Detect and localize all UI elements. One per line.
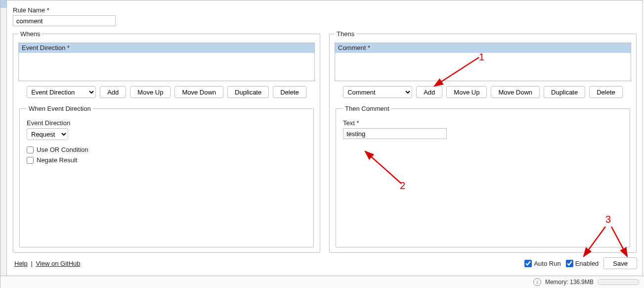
footer-bar: Help | View on GitHub Auto Run Enabled S…	[14, 257, 637, 269]
whens-controls: Event Direction Add Move Up Move Down Du…	[18, 86, 315, 98]
thens-type-select[interactable]: Comment	[343, 86, 412, 98]
event-direction-label: Event Direction	[27, 119, 306, 127]
whens-list-item[interactable]: Event Direction *	[19, 43, 314, 53]
save-button[interactable]: Save	[603, 257, 637, 269]
thens-add-button[interactable]: Add	[416, 86, 442, 98]
then-details-legend: Then Comment	[343, 105, 391, 112]
annotation-label-3: 3	[605, 214, 611, 225]
window-root: Rule Name * Whens Event Direction * Even…	[0, 0, 644, 288]
whens-list[interactable]: Event Direction *	[18, 43, 315, 81]
info-icon: i	[533, 278, 541, 286]
whens-delete-button[interactable]: Delete	[273, 86, 306, 98]
auto-run-checkbox[interactable]	[524, 260, 532, 267]
annotation-label-2: 2	[400, 180, 405, 192]
rule-name-label: Rule Name *	[13, 6, 637, 14]
then-text-input[interactable]	[343, 128, 447, 139]
columns-container: Whens Event Direction * Event Direction …	[13, 30, 637, 253]
help-link[interactable]: Help	[14, 260, 28, 267]
main-panel: Rule Name * Whens Event Direction * Even…	[6, 0, 643, 277]
memory-label: Memory: 136.9MB	[545, 279, 594, 286]
enabled-checkbox[interactable]	[566, 260, 573, 267]
whens-movedown-button[interactable]: Move Down	[174, 86, 223, 98]
rule-name-input[interactable]	[13, 15, 116, 26]
whens-type-select[interactable]: Event Direction	[27, 86, 96, 98]
whens-add-button[interactable]: Add	[100, 86, 126, 98]
thens-controls: Comment Add Move Up Move Down Duplicate …	[335, 86, 631, 98]
link-separator: |	[31, 260, 32, 267]
thens-movedown-button[interactable]: Move Down	[491, 86, 540, 98]
gutter-marker	[0, 0, 6, 8]
whens-moveup-button[interactable]: Move Up	[130, 86, 171, 98]
then-details-panel: Then Comment Text *	[336, 105, 630, 247]
thens-duplicate-button[interactable]: Duplicate	[544, 86, 585, 98]
thens-moveup-button[interactable]: Move Up	[446, 86, 487, 98]
when-details-panel: When Event Direction Event Direction Req…	[19, 105, 314, 247]
thens-delete-button[interactable]: Delete	[589, 86, 623, 98]
use-or-checkbox[interactable]	[27, 146, 34, 153]
whens-legend: Whens	[18, 30, 42, 38]
whens-duplicate-button[interactable]: Duplicate	[227, 86, 269, 98]
annotation-label-1: 1	[479, 51, 484, 63]
thens-legend: Thens	[335, 30, 356, 38]
enabled-label: Enabled	[575, 260, 599, 267]
negate-checkbox[interactable]	[27, 157, 34, 164]
thens-panel: Thens Comment * Comment Add Move Up Move…	[329, 30, 637, 253]
status-bar: i Memory: 136.9MB	[0, 276, 644, 288]
footer-right: Auto Run Enabled Save	[524, 257, 637, 269]
event-direction-select[interactable]: Request	[27, 128, 68, 140]
whens-panel: Whens Event Direction * Event Direction …	[13, 30, 320, 253]
use-or-label: Use OR Condition	[37, 146, 88, 153]
github-link[interactable]: View on GitHub	[36, 260, 80, 267]
help-links: Help | View on GitHub	[14, 260, 80, 267]
negate-label: Negate Result	[37, 156, 77, 164]
when-details-legend: When Event Direction	[27, 105, 93, 112]
then-text-label: Text *	[343, 119, 623, 127]
auto-run-label: Auto Run	[534, 260, 560, 267]
rule-name-row: Rule Name *	[13, 6, 637, 26]
memory-meter	[598, 279, 639, 285]
